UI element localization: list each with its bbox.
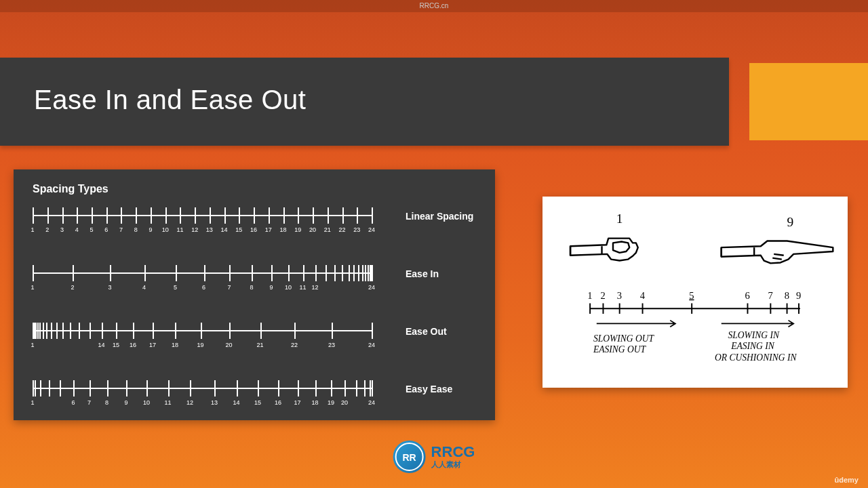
svg-text:6: 6 (745, 290, 750, 301)
svg-text:9: 9 (796, 290, 801, 301)
svg-text:8: 8 (785, 290, 789, 301)
rrcg-text: RRCG (431, 445, 475, 460)
row-easy-ease: 16789101112131415161718192024 Easy Ease (33, 380, 476, 418)
row-ease-out: 11415161718192021222324 Ease Out (33, 323, 476, 360)
rrcg-subtext: 人人素材 (431, 460, 475, 470)
title-band: Ease In and Ease Out (0, 58, 729, 146)
captions: SLOWING OUT EASING OUT SLOWING IN EASING… (593, 330, 797, 363)
svg-text:5: 5 (689, 290, 694, 301)
label-ease-out: Ease Out (406, 326, 447, 337)
svg-text:1: 1 (587, 290, 592, 301)
arrows (597, 321, 793, 327)
panel-title: Spacing Types (33, 183, 476, 195)
row-linear: 123456789101112131415161718192021222324 … (33, 207, 476, 245)
hand-point-icon (722, 241, 833, 263)
spacing-types-panel: Spacing Types 12345678910111213141516171… (14, 169, 495, 420)
page-title: Ease In and Ease Out (34, 85, 695, 115)
svg-text:7: 7 (768, 290, 772, 301)
svg-text:OR CUSHIONING IN: OR CUSHIONING IN (715, 352, 797, 363)
svg-text:4: 4 (640, 290, 646, 301)
svg-text:SLOWING IN: SLOWING IN (728, 330, 780, 340)
svg-text:EASING IN: EASING IN (730, 341, 775, 351)
accent-block (749, 63, 868, 140)
sketch-numbers: 123456789 (587, 290, 801, 301)
rrcg-logo-circle: RR (393, 441, 426, 473)
hand-sketch-panel: 1 9 123456789 SLOWING OUT EASING OU (542, 197, 848, 388)
svg-text:SLOWING OUT: SLOWING OUT (593, 333, 655, 344)
label-ease-in: Ease In (406, 268, 439, 279)
hand-sketch-svg: 1 9 123456789 SLOWING OUT EASING OU (551, 205, 840, 380)
label-easy-ease: Easy Ease (406, 384, 452, 394)
svg-text:3: 3 (617, 290, 622, 301)
svg-text:RR: RR (402, 452, 416, 463)
hand-fist-icon (570, 239, 638, 261)
frame-9-label: 9 (787, 215, 794, 229)
udemy-watermark: ûdemy (835, 476, 859, 484)
row-ease-in: 12345678910111224 Ease In (33, 265, 476, 302)
frame-1-label: 1 (616, 211, 623, 226)
rrcg-logo: RR RRCG 人人素材 (393, 441, 475, 473)
top-watermark: RRCG.cn (0, 0, 868, 12)
svg-text:EASING OUT: EASING OUT (593, 344, 647, 354)
label-linear: Linear Spacing (406, 211, 473, 222)
svg-text:2: 2 (601, 290, 606, 301)
